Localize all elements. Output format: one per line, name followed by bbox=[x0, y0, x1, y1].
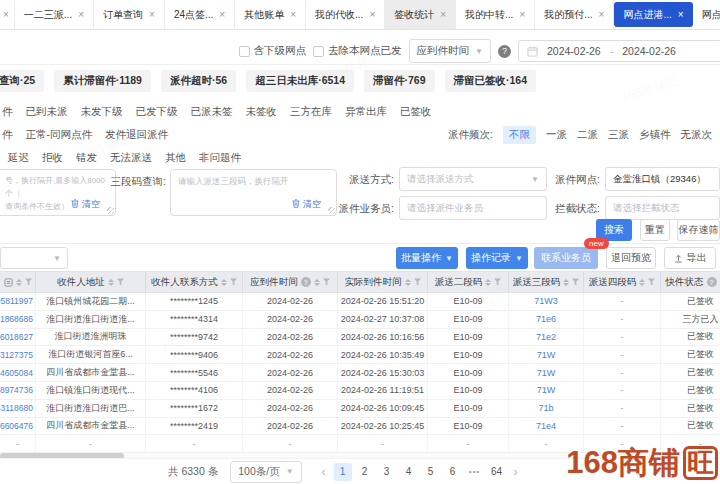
freq-option[interactable]: 不限 bbox=[503, 126, 536, 144]
status-filter-item[interactable]: 已签收 bbox=[400, 105, 432, 119]
waybill-link[interactable]: 04605084 bbox=[0, 364, 36, 381]
page-number[interactable]: 64 bbox=[488, 463, 506, 481]
status-filter-item[interactable]: 正常-同网点件 bbox=[26, 128, 93, 142]
batch-actions-button[interactable]: 批量操作▼ bbox=[396, 247, 458, 269]
status-filter-item[interactable]: 已到未派 bbox=[26, 105, 68, 119]
column-header[interactable]: 派送二段码 bbox=[428, 272, 509, 292]
tab-close-icon[interactable]: × bbox=[78, 10, 84, 20]
include-sub-sites-checkbox[interactable] bbox=[239, 46, 250, 57]
stat-badge[interactable]: 超三日未出库·6514 bbox=[246, 70, 354, 92]
return-preview-button[interactable]: 退回预览 bbox=[606, 247, 656, 269]
column-header[interactable]: 快件状态? bbox=[661, 272, 720, 292]
intercept-status-select[interactable]: 请选择拦截状态 bbox=[605, 196, 720, 220]
table-cell[interactable]: 71e6 bbox=[509, 311, 584, 328]
table-cell[interactable]: 71W bbox=[509, 364, 584, 381]
table-row[interactable]: 63127375淮口街道银河首座6...********94062024-02-… bbox=[0, 346, 720, 364]
status-filter-item[interactable]: 已派未签 bbox=[191, 105, 233, 119]
sort-icon[interactable] bbox=[108, 279, 114, 286]
column-header[interactable]: 收件人地址 bbox=[36, 272, 146, 292]
include-sub-sites-option[interactable]: 含下级网点 bbox=[239, 44, 307, 58]
problem-filter-item[interactable]: 错发 bbox=[76, 151, 97, 165]
tab-close-icon[interactable]: × bbox=[369, 10, 375, 20]
tab-item[interactable]: 订单查询× bbox=[94, 0, 165, 29]
segment-code-input[interactable]: 请输入派送三段码，换行隔开 清空 bbox=[170, 169, 337, 216]
waybill-link[interactable]: 06018627 bbox=[0, 329, 36, 346]
export-button[interactable]: 导出 bbox=[664, 247, 716, 269]
sort-icon[interactable] bbox=[485, 279, 491, 286]
save-filter-button[interactable]: 保存速筛 bbox=[677, 219, 720, 241]
operation-log-button[interactable]: 操作记录▼ bbox=[466, 247, 528, 269]
courier-select[interactable]: 请选择派件业务员 bbox=[399, 196, 547, 220]
tab-item[interactable]: 其他账单× bbox=[235, 0, 306, 29]
clear-button[interactable]: 清空 bbox=[292, 197, 321, 211]
table-row[interactable]: 76606476四川省成都市金堂县...********24192024-02-… bbox=[0, 418, 720, 436]
page-number[interactable]: 1 bbox=[334, 463, 352, 481]
table-row[interactable]: 71868686淮口街道淮口街道淮...********43142024-02-… bbox=[0, 311, 720, 329]
stat-badge[interactable]: 查询·25 bbox=[0, 70, 44, 92]
tab-close-icon[interactable]: × bbox=[3, 10, 9, 20]
tab-item[interactable]: 我的预付...× bbox=[535, 0, 614, 29]
freq-option[interactable]: 三派 bbox=[608, 128, 629, 142]
status-filter-item[interactable]: 件 bbox=[2, 128, 13, 142]
filter-icon[interactable] bbox=[648, 278, 655, 286]
exclude-current-site-checkbox[interactable] bbox=[313, 46, 324, 57]
column-header[interactable] bbox=[0, 272, 36, 292]
contact-courier-button[interactable]: 联系业务员 bbox=[534, 247, 598, 269]
problem-filter-item[interactable]: 拒收 bbox=[42, 151, 63, 165]
table-cell[interactable]: 71W bbox=[509, 346, 584, 363]
freq-option[interactable]: 二派 bbox=[577, 128, 598, 142]
site-select[interactable]: 金堂淮口镇（29346） bbox=[605, 167, 720, 191]
column-header[interactable]: 收件人联系方式 bbox=[146, 272, 243, 292]
freq-option[interactable]: 一派 bbox=[546, 128, 567, 142]
table-cell[interactable]: 71e4 bbox=[509, 418, 584, 435]
tab-item[interactable]: × bbox=[0, 0, 15, 29]
waybill-link[interactable]: 95811997 bbox=[0, 293, 36, 310]
page-number[interactable]: 3 bbox=[378, 463, 396, 481]
sort-icon[interactable] bbox=[639, 279, 645, 286]
clear-button[interactable]: 清空 bbox=[71, 197, 100, 211]
sort-icon[interactable] bbox=[314, 279, 320, 286]
date-range-picker[interactable]: 2024-02-26 - 2024-02-26 bbox=[518, 40, 720, 62]
table-cell[interactable]: 71W bbox=[509, 382, 584, 399]
table-row[interactable]: 04605084四川省成都市金堂县...********55462024-02-… bbox=[0, 364, 720, 382]
table-row[interactable]: 63118680淮口街道淮口街道巴...********16722024-02-… bbox=[0, 400, 720, 418]
status-filter-item[interactable]: 件 bbox=[2, 105, 13, 119]
problem-filter-item[interactable]: 其他 bbox=[165, 151, 186, 165]
bulk-select[interactable]: ▼ bbox=[0, 247, 68, 269]
tab-item[interactable]: 我的中转...× bbox=[456, 0, 535, 29]
filter-icon[interactable] bbox=[25, 278, 32, 286]
problem-filter-item[interactable]: 无法派送 bbox=[110, 151, 152, 165]
filter-icon[interactable] bbox=[572, 278, 579, 286]
tab-item[interactable]: 24点签...× bbox=[165, 0, 235, 29]
table-row[interactable]: 38974736淮口镇淮口街道现代...********41062024-02-… bbox=[0, 382, 720, 400]
tab-item[interactable]: 我的代收...× bbox=[306, 0, 385, 29]
page-number[interactable]: 2 bbox=[356, 463, 374, 481]
sort-icon[interactable] bbox=[221, 279, 227, 286]
tab-close-icon[interactable]: × bbox=[440, 10, 446, 20]
stat-badge[interactable]: 累计滞留件·1189 bbox=[54, 70, 151, 92]
column-header[interactable]: 实际到件时间 bbox=[338, 272, 428, 292]
tab-close-icon[interactable]: × bbox=[599, 10, 605, 20]
column-header[interactable]: 应到件时间? bbox=[243, 272, 338, 292]
sort-icon[interactable] bbox=[405, 279, 411, 286]
tab-close-icon[interactable]: × bbox=[519, 10, 525, 20]
page-size-select[interactable]: 100条/页 ▼ bbox=[230, 461, 301, 483]
freq-option[interactable]: 无派次 bbox=[681, 128, 713, 142]
exclude-current-site-option[interactable]: 去除本网点已发 bbox=[313, 44, 402, 58]
help-icon[interactable]: ? bbox=[498, 45, 511, 58]
waybill-link[interactable]: 63118680 bbox=[0, 400, 36, 417]
next-page-button[interactable]: › bbox=[514, 465, 518, 479]
waybill-link[interactable]: 71868686 bbox=[0, 311, 36, 328]
delivery-method-select[interactable]: 请选择派送方式 ▼ bbox=[399, 167, 547, 191]
page-number[interactable]: 6 bbox=[444, 463, 462, 481]
tab-close-icon[interactable]: × bbox=[149, 10, 155, 20]
filter-icon[interactable] bbox=[414, 278, 421, 286]
page-number[interactable]: 4 bbox=[400, 463, 418, 481]
table-cell[interactable]: 71b bbox=[509, 400, 584, 417]
waybill-link[interactable]: 63127375 bbox=[0, 346, 36, 363]
waybill-link[interactable]: 38974736 bbox=[0, 382, 36, 399]
sort-icon[interactable] bbox=[16, 279, 22, 286]
tab-close-icon[interactable]: × bbox=[290, 10, 296, 20]
stat-badge[interactable]: 滞留件·769 bbox=[364, 70, 435, 92]
time-type-select[interactable]: 应到件时间 ▼ bbox=[409, 39, 491, 63]
